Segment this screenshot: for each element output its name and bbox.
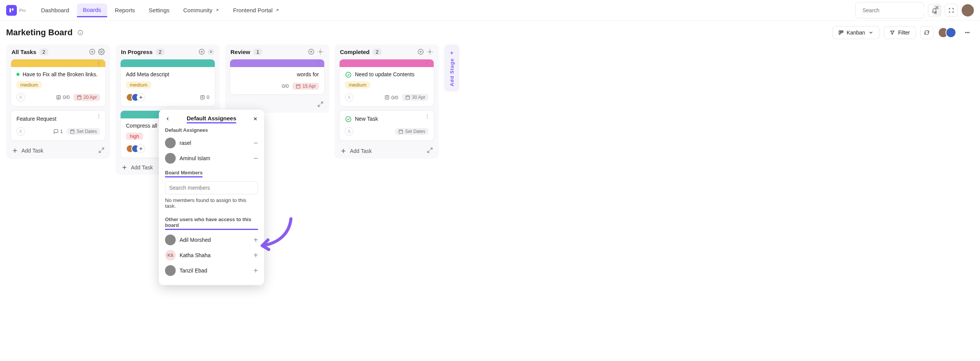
nav-frontend-portal[interactable]: Frontend Portal: [227, 3, 286, 17]
calendar-icon: [296, 84, 301, 89]
remove-member-button[interactable]: −: [253, 139, 258, 147]
assignee-slot[interactable]: [345, 93, 353, 102]
assignee-stack[interactable]: [126, 93, 145, 102]
column-title: All Tasks: [11, 49, 36, 55]
subtask-ratio: 0/0: [282, 83, 289, 89]
assignee-slot[interactable]: [16, 127, 25, 136]
column-settings-icon[interactable]: [98, 48, 105, 55]
popover-back-button[interactable]: [165, 116, 170, 123]
nav-reports[interactable]: Reports: [109, 3, 141, 17]
board-more-button[interactable]: [961, 26, 974, 39]
svg-point-26: [346, 72, 351, 77]
assignee-add[interactable]: [137, 144, 145, 153]
nav-dashboard-label: Dashboard: [41, 7, 69, 13]
card-more-icon[interactable]: ⋮: [96, 60, 101, 66]
add-task-button[interactable]: Add Task: [335, 143, 439, 159]
svg-point-18: [210, 51, 212, 53]
column-settings-icon[interactable]: [426, 48, 433, 55]
filter-icon: [890, 30, 895, 35]
assignee-slot[interactable]: [345, 127, 353, 136]
card-more-icon[interactable]: ⋮: [315, 60, 320, 66]
task-card[interactable]: ⋮ words for 0/0 15 Apr: [230, 59, 325, 95]
add-task-label: Add Task: [350, 148, 372, 154]
assignee-add[interactable]: [137, 93, 145, 102]
svg-rect-32: [399, 130, 403, 133]
external-link-icon: [275, 8, 279, 13]
nav-dashboard[interactable]: Dashboard: [35, 3, 75, 17]
check-circle-icon: [345, 116, 352, 123]
member-name: Katha Shaha: [180, 252, 211, 258]
nav-boards[interactable]: Boards: [77, 3, 108, 17]
app-logo[interactable]: [6, 5, 17, 16]
task-card[interactable]: ⋮ Have to Fix all the Broken links. medi…: [11, 59, 106, 107]
notifications-button[interactable]: [928, 4, 941, 17]
board-members-stack[interactable]: [938, 27, 956, 38]
card-more-icon[interactable]: ⋮: [96, 113, 101, 119]
assignee-slot[interactable]: [16, 93, 25, 102]
task-card[interactable]: ⋮ Need to update Contents medium 0/0: [339, 59, 434, 107]
column-completed: Completed 2 ⋮ Need to update Contents me…: [335, 44, 439, 159]
filter-button[interactable]: Filter: [884, 26, 916, 39]
info-icon[interactable]: [77, 30, 83, 36]
expand-column-icon[interactable]: [98, 147, 105, 155]
add-card-icon[interactable]: [417, 48, 424, 55]
view-label: Kanban: [847, 30, 865, 36]
task-card[interactable]: ⋮ Feature Request 1 Set Dates: [11, 110, 106, 141]
member-search-input[interactable]: [165, 181, 258, 194]
card-title: New Task: [355, 115, 378, 123]
add-card-icon[interactable]: [89, 48, 96, 55]
task-card[interactable]: Add Meta descript medium 0: [120, 59, 215, 107]
column-settings-icon[interactable]: [317, 48, 324, 55]
board-header: Marketing Board Kanban Filter: [0, 21, 980, 44]
add-member-button[interactable]: +: [253, 236, 258, 244]
add-member-button[interactable]: +: [253, 267, 258, 274]
due-date-chip[interactable]: Set Dates: [395, 128, 428, 135]
expand-column-icon[interactable]: [317, 101, 324, 109]
member-avatar: [946, 27, 956, 38]
fullscreen-button[interactable]: [945, 4, 958, 17]
card-more-icon[interactable]: ⋮: [425, 113, 430, 119]
popover-close-button[interactable]: [253, 116, 258, 123]
other-user-row: KS Katha Shaha +: [165, 248, 258, 263]
plus-icon: [11, 147, 18, 154]
add-card-icon[interactable]: [198, 48, 205, 55]
view-switcher[interactable]: Kanban: [833, 26, 879, 39]
task-card[interactable]: ⋮ New Task Set Dates: [339, 110, 434, 141]
board-title: Marketing Board: [6, 28, 73, 38]
expand-column-icon[interactable]: [426, 147, 433, 155]
search-input[interactable]: [862, 7, 929, 13]
due-date-chip[interactable]: 30 Apr: [402, 94, 428, 101]
global-search[interactable]: ⌘ k: [855, 2, 924, 18]
assignee-stack[interactable]: [126, 144, 145, 153]
priority-badge: medium: [126, 81, 151, 89]
assignees-popover: Default Assignees Default Assignees rase…: [159, 110, 264, 285]
nav-reports-label: Reports: [115, 7, 135, 13]
add-task-button[interactable]: Add Task: [6, 143, 110, 159]
add-stage-button[interactable]: + Add Stage: [444, 44, 459, 92]
svg-point-15: [20, 130, 21, 131]
remove-member-button[interactable]: −: [253, 154, 258, 162]
nav-settings[interactable]: Settings: [143, 3, 176, 17]
comments-count: 1: [53, 128, 63, 134]
bell-icon: [931, 7, 938, 13]
assignee-row: rasel −: [165, 135, 258, 151]
card-title: Need to update Contents: [355, 71, 415, 78]
card-more-icon[interactable]: ⋮: [425, 60, 430, 66]
card-title: Feature Request: [16, 116, 56, 122]
svg-point-30: [346, 117, 351, 122]
other-user-row: Adil Morshed +: [165, 232, 258, 248]
calendar-icon: [77, 95, 82, 100]
top-nav: Pro Dashboard Boards Reports Settings Co…: [0, 0, 980, 21]
member-avatar: [165, 153, 176, 164]
due-date-chip[interactable]: 15 Apr: [292, 83, 319, 90]
user-avatar[interactable]: [962, 4, 974, 16]
due-date-chip[interactable]: 20 Apr: [74, 94, 100, 101]
add-member-button[interactable]: +: [253, 251, 258, 259]
due-date-chip[interactable]: Set Dates: [67, 128, 100, 135]
refresh-button[interactable]: [920, 26, 933, 39]
column-settings-icon[interactable]: [207, 48, 214, 55]
nav-community[interactable]: Community: [177, 3, 225, 17]
add-card-icon[interactable]: [308, 48, 315, 55]
column-all-tasks: All Tasks 2 ⋮ Have to Fix all the Broken…: [6, 44, 110, 159]
card-title: Add Meta descript: [126, 71, 169, 77]
